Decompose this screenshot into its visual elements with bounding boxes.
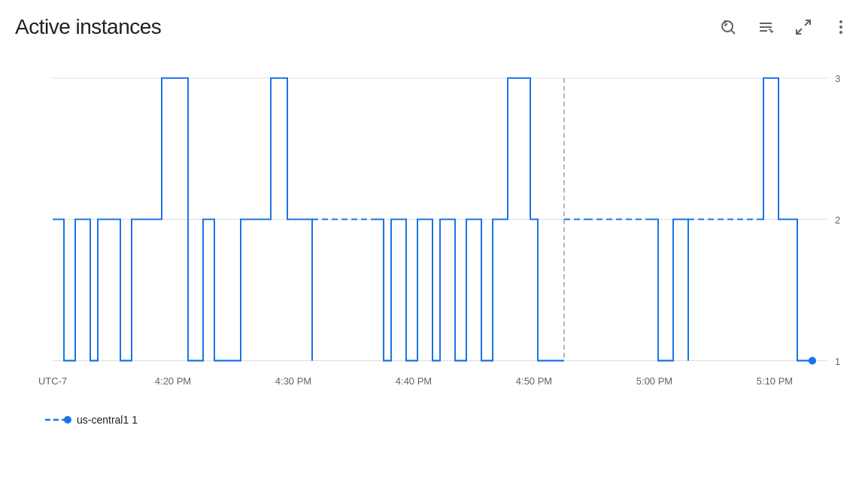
chart-header: Active instances bbox=[15, 15, 853, 39]
svg-text:1: 1 bbox=[835, 355, 840, 366]
svg-text:UTC-7: UTC-7 bbox=[38, 375, 67, 386]
svg-text:2: 2 bbox=[835, 214, 840, 226]
search-reset-icon[interactable] bbox=[716, 15, 740, 39]
chart-legend: us-central1 1 bbox=[15, 414, 853, 426]
svg-text:5:00 PM: 5:00 PM bbox=[636, 375, 672, 386]
chart-area: 1 2 3 UTC-7 4:20 PM 4:30 PM 4:40 PM 4:50… bbox=[15, 47, 853, 408]
svg-text:3: 3 bbox=[835, 73, 840, 84]
filter-icon[interactable] bbox=[754, 15, 778, 39]
svg-point-9 bbox=[839, 31, 842, 34]
svg-point-0 bbox=[722, 21, 733, 32]
legend-label: us-central1 1 bbox=[77, 414, 138, 426]
svg-text:4:50 PM: 4:50 PM bbox=[516, 375, 552, 386]
svg-point-30 bbox=[64, 416, 71, 424]
dashboard-container: Active instances bbox=[0, 0, 868, 480]
svg-text:4:20 PM: 4:20 PM bbox=[155, 375, 191, 386]
expand-icon[interactable] bbox=[791, 15, 815, 39]
svg-point-28 bbox=[809, 357, 816, 364]
chart-title: Active instances bbox=[15, 15, 161, 39]
svg-point-7 bbox=[839, 20, 842, 23]
toolbar bbox=[716, 15, 853, 39]
svg-text:5:10 PM: 5:10 PM bbox=[757, 375, 793, 386]
svg-line-6 bbox=[797, 29, 802, 34]
svg-text:4:30 PM: 4:30 PM bbox=[275, 375, 311, 386]
svg-text:4:40 PM: 4:40 PM bbox=[396, 375, 432, 386]
chart-svg: 1 2 3 UTC-7 4:20 PM 4:30 PM 4:40 PM 4:50… bbox=[15, 47, 853, 408]
svg-point-8 bbox=[839, 26, 842, 29]
more-options-icon[interactable] bbox=[829, 15, 853, 39]
svg-line-5 bbox=[805, 20, 810, 26]
legend-line-icon bbox=[45, 415, 72, 424]
legend-item: us-central1 1 bbox=[45, 414, 138, 426]
svg-line-1 bbox=[732, 31, 735, 34]
